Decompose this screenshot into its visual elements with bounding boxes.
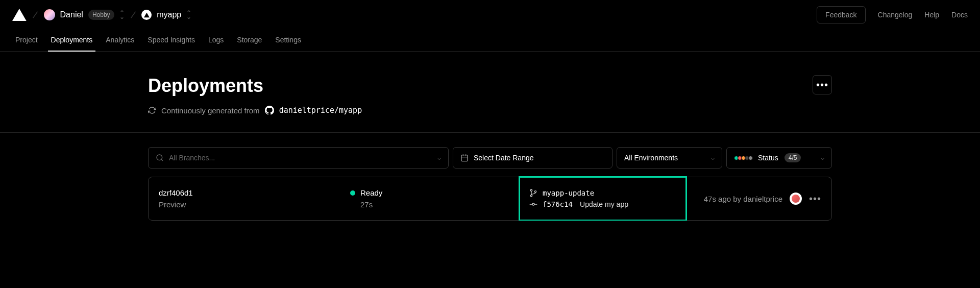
branch-name[interactable]: myapp-update [543,189,594,197]
chevron-down-icon: ⌵ [821,154,824,161]
environment-filter[interactable]: All Environments ⌵ [617,147,722,169]
date-range-filter[interactable]: Select Date Range [453,147,612,169]
status-text: Ready [360,188,382,197]
plan-badge: Hobby [88,10,114,20]
breadcrumb-project[interactable]: myapp ⌃⌄ [141,10,191,20]
svg-point-2 [530,189,532,191]
tab-storage[interactable]: Storage [232,32,267,51]
svg-point-4 [534,191,536,193]
page-subtitle: Continuously generated from danieltprice… [148,106,362,115]
project-logo-icon [141,10,152,20]
breadcrumb-slash: / [32,9,38,21]
status-label: Status [758,154,778,162]
repo-link[interactable]: danieltprice/myapp [279,106,362,115]
page-title: Deployments [148,75,362,97]
help-link[interactable]: Help [924,11,939,19]
project-selector-icon[interactable]: ⌃⌄ [186,11,191,19]
deployment-commit-highlight: myapp-update f576c14 Update my app [519,176,687,221]
status-filter[interactable]: Status 4/5 ⌵ [726,147,832,169]
chevron-down-icon: ⌵ [437,154,441,161]
breadcrumb-slash: / [130,9,136,21]
tab-logs[interactable]: Logs [203,32,229,51]
row-more-button[interactable]: ••• [809,193,821,205]
svg-point-0 [157,155,162,160]
deployment-row[interactable]: dzrf406d1 Preview Ready 27s myapp-update… [148,177,832,221]
tab-analytics[interactable]: Analytics [101,32,139,51]
topbar-right: Feedback Changelog Help Docs [817,6,968,23]
tab-speed-insights[interactable]: Speed Insights [142,32,200,51]
tab-settings[interactable]: Settings [270,32,306,51]
user-avatar-icon [44,9,55,20]
refresh-icon [148,106,156,114]
docs-link[interactable]: Docs [951,11,968,19]
svg-rect-1 [461,155,468,161]
feedback-button[interactable]: Feedback [817,6,865,23]
date-range-label: Select Date Range [474,154,534,162]
scope-selector-icon[interactable]: ⌃⌄ [119,11,125,19]
deployment-id-column: dzrf406d1 Preview [159,188,350,209]
status-dots-icon [734,156,752,160]
svg-point-5 [532,203,534,205]
commit-sha[interactable]: f576c14 [543,200,573,208]
tab-project[interactable]: Project [10,32,43,51]
breadcrumb-scope[interactable]: Daniel Hobby ⌃⌄ [44,9,125,20]
user-name: Daniel [60,10,83,19]
page-header: Deployments Continuously generated from … [148,75,832,132]
calendar-icon [460,154,469,162]
chevron-down-icon: ⌵ [711,154,715,161]
changelog-link[interactable]: Changelog [878,11,913,19]
page-more-button[interactable]: ••• [813,75,832,94]
commit-icon [529,200,537,208]
status-count-badge: 4/5 [785,153,801,162]
search-icon [156,154,164,162]
deployment-timestamp: 47s ago by danieltprice [704,195,782,203]
nav-tabs: Project Deployments Analytics Speed Insi… [0,23,980,52]
topbar: / Daniel Hobby ⌃⌄ / myapp ⌃⌄ Feedback Ch… [0,0,980,23]
branch-icon [529,189,537,197]
deployment-duration: 27s [350,200,432,209]
github-icon [265,106,274,115]
author-avatar-icon [790,193,802,205]
branch-filter-input[interactable]: All Branches... ⌵ [148,147,449,169]
deployment-environment: Preview [159,200,350,209]
branch-filter-placeholder: All Branches... [169,154,215,162]
vercel-logo-icon[interactable] [12,9,27,21]
svg-point-3 [530,195,532,197]
environment-label: All Environments [624,154,678,162]
tab-deployments[interactable]: Deployments [46,32,98,51]
deployment-id[interactable]: dzrf406d1 [159,188,350,197]
project-name: myapp [157,10,181,19]
subtitle-text: Continuously generated from [161,106,260,115]
status-ready-icon [350,190,355,196]
deployment-meta: 47s ago by danieltprice ••• [704,193,821,205]
deployment-status-column: Ready 27s [350,188,432,209]
filter-bar: All Branches... ⌵ Select Date Range All … [148,133,832,177]
commit-message: Update my app [580,200,628,208]
breadcrumb: / Daniel Hobby ⌃⌄ / myapp ⌃⌄ [12,9,191,21]
